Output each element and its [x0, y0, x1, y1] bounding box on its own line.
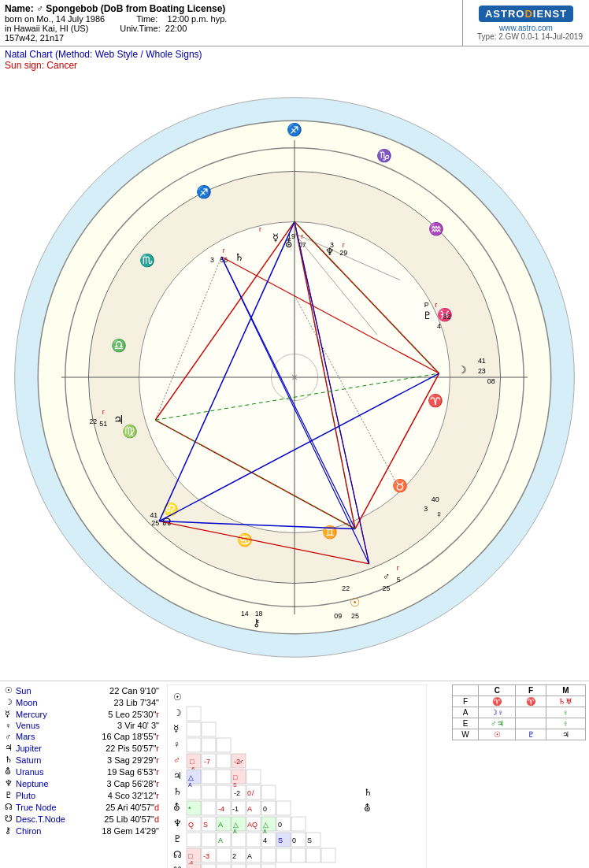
planet-row: ♀ Venus 3 Vir 40' 3"	[3, 720, 161, 731]
svg-text:☽: ☽	[457, 364, 467, 376]
svg-text:41: 41	[478, 357, 486, 365]
svg-text:-3: -3	[203, 852, 209, 860]
svg-text:♌: ♌	[163, 502, 179, 517]
svg-text:♄: ♄	[173, 786, 182, 797]
svg-text:41: 41	[150, 511, 157, 519]
cfm-row-earth: E ♂♃ ♀	[453, 718, 586, 729]
header-info: Name: ♂ Spongebob (DoB from Boating Lice…	[0, 0, 463, 46]
planet-row: ☉ Sun 22 Can 9'10"	[3, 684, 161, 696]
svg-text:4: 4	[263, 836, 267, 844]
col-m: M	[546, 685, 585, 696]
svg-text:△: △	[188, 773, 194, 781]
svg-text:S: S	[233, 782, 237, 788]
svg-text:A: A	[218, 836, 223, 844]
svg-text:☉: ☉	[173, 692, 182, 703]
svg-text:25: 25	[151, 519, 159, 527]
svg-text:3: 3	[330, 241, 334, 249]
svg-text:♏: ♏	[139, 253, 155, 268]
svg-text:r: r	[259, 225, 261, 233]
svg-text:A: A	[247, 852, 252, 860]
svg-text:☽: ☽	[173, 707, 182, 718]
svg-text:AQ: AQ	[247, 821, 257, 829]
svg-text:☋: ☋	[173, 865, 182, 868]
planet-row: ♇ Pluto 4 Sco 32'12"r	[3, 789, 161, 801]
cfm-table: C F M F ♈ ♈ ♄♅ A ☽♀ ♀	[452, 684, 586, 868]
svg-text:♉: ♉	[392, 478, 408, 493]
chart-area: × ♐ ♑ ♒ ♓ ♈ ♉ ♊ ♋ ♌ ♍ ♎ ♏ ♐	[0, 74, 589, 681]
svg-text:☉: ☉	[350, 596, 360, 609]
coordinates: 157w42, 21n17	[5, 33, 457, 43]
planet-row: ☽ Moon 23 Lib 7'34"	[3, 696, 161, 708]
svg-text:22: 22	[342, 584, 350, 592]
svg-text:r: r	[223, 247, 225, 254]
svg-text:⚷: ⚷	[253, 617, 261, 629]
svg-text:☊: ☊	[173, 849, 182, 860]
svg-text:0: 0	[263, 805, 267, 813]
svg-text:♐: ♐	[197, 184, 213, 199]
svg-text:♊: ♊	[322, 525, 338, 540]
astrodienst-logo: ASTRODIENST	[479, 6, 573, 22]
svg-text:*: *	[188, 805, 191, 813]
born-date: born on Mo., 14 July 1986	[5, 14, 105, 24]
time-info: Time: 12:00 p.m. hyp.	[136, 14, 227, 24]
planet-row: ⚷ Chiron 18 Gem 14'29"	[3, 825, 161, 836]
svg-text:□: □	[188, 852, 193, 860]
location: in Hawaii Kai, HI (US)	[5, 24, 88, 33]
bottom-section: ☉ Sun 22 Can 9'10" ☽ Moon 23 Lib 7'34" ☿…	[0, 681, 589, 868]
svg-text:♃: ♃	[113, 414, 124, 426]
planet-row: ♂ Mars 16 Cap 18'55"r	[3, 731, 161, 742]
svg-text:☿: ☿	[272, 232, 279, 243]
svg-text:□: □	[233, 773, 238, 781]
svg-text:♐: ♐	[287, 122, 302, 137]
svg-text:08: 08	[487, 377, 495, 385]
svg-text:5: 5	[397, 576, 401, 584]
type-info: Type: 2.GW 0.0-1 14-Jul-2019	[466, 32, 586, 41]
planet-row: ☿ Mercury 5 Leo 25'30"r	[3, 708, 161, 720]
aspect-grid: ☉ ☽ ☿ ♀ ♂ ♃ ♄ ⛢ ♆ ♇ ☊ ☋ ⚷ □ -6	[167, 684, 446, 868]
svg-text:25: 25	[351, 612, 359, 620]
svg-text:♎: ♎	[111, 338, 127, 353]
svg-text:23: 23	[478, 367, 486, 375]
planet-row: ♆ Neptune 3 Cap 56'28"r	[3, 777, 161, 789]
header: Name: ♂ Spongebob (DoB from Boating Lice…	[0, 0, 589, 74]
svg-text:⛢: ⛢	[173, 802, 180, 813]
svg-text:2: 2	[232, 852, 236, 860]
svg-text:3: 3	[210, 256, 214, 264]
svg-text:r: r	[301, 232, 303, 240]
svg-text:A: A	[218, 821, 223, 829]
sun-sign-label: Sun sign: Cancer	[0, 60, 589, 74]
svg-text:♂: ♂	[239, 758, 244, 766]
svg-text:♍: ♍	[122, 424, 138, 439]
svg-text:-7: -7	[204, 758, 210, 766]
svg-text:♀: ♀	[173, 739, 180, 750]
svg-text:♈: ♈	[428, 393, 443, 408]
svg-text:51: 51	[99, 420, 107, 428]
cfm-row-water: W ☉ ♇ ♃	[453, 729, 586, 740]
col-f: F	[516, 685, 546, 696]
svg-text:A: A	[188, 782, 192, 788]
svg-text:♃: ♃	[173, 770, 182, 781]
planet-row: ♄ Saturn 3 Sag 29'29"r	[3, 754, 161, 766]
svg-text:♀: ♀	[435, 508, 443, 520]
svg-text:♄: ♄	[364, 787, 372, 798]
planet-row: ☊ True Node 25 Ari 40'57"d	[3, 801, 161, 813]
svg-text:-1: -1	[232, 805, 239, 813]
svg-text:40: 40	[432, 495, 439, 503]
svg-text:♆: ♆	[173, 818, 182, 829]
natal-label: Natal Chart (Method: Web Style / Whole S…	[0, 46, 589, 60]
svg-text:A: A	[263, 829, 267, 834]
svg-text:♇: ♇	[173, 833, 182, 844]
svg-text:09: 09	[334, 612, 342, 620]
svg-text:29: 29	[339, 249, 347, 257]
website-url: www.astro.com	[499, 24, 553, 32]
svg-text:-2: -2	[234, 789, 240, 797]
svg-text:△: △	[233, 821, 239, 829]
svg-text:△: △	[263, 821, 269, 829]
svg-text:18: 18	[255, 610, 263, 618]
col-c: C	[479, 685, 516, 696]
svg-text:□: □	[190, 758, 194, 766]
svg-text:♂: ♂	[173, 755, 180, 766]
svg-text:r: r	[397, 564, 399, 572]
svg-text:22: 22	[89, 417, 97, 425]
svg-text:-4: -4	[218, 805, 224, 813]
